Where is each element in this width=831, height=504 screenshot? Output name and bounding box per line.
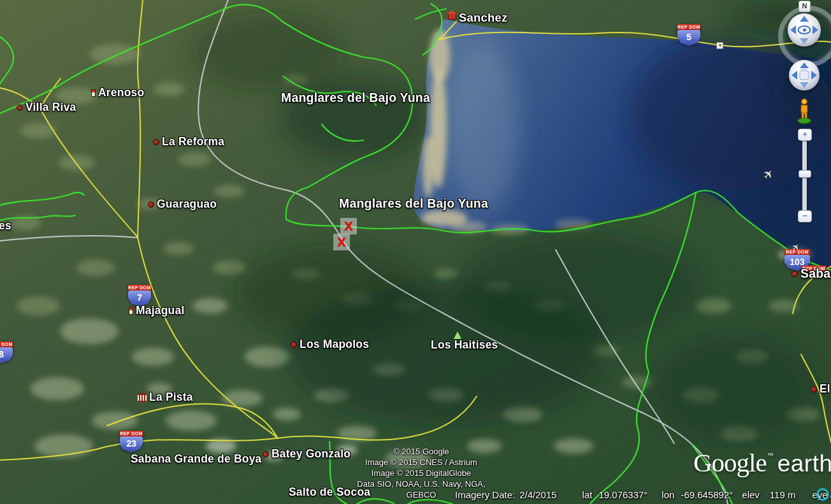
place-label-text: Majagual (136, 304, 184, 317)
placemark-x-2[interactable]: X (333, 234, 350, 250)
place-label-los-haitises[interactable]: Los Haitises (431, 338, 498, 352)
place-label-arenoso[interactable]: Arenoso (91, 86, 144, 99)
streaming-indicator-icon (816, 488, 829, 501)
poi-square-icon[interactable] (716, 42, 723, 49)
place-dot-icon (148, 201, 154, 208)
place-label-text: La Reforma (162, 135, 224, 148)
place-label-sabana-grande[interactable]: Sabana Grande de Boya (131, 452, 262, 466)
elev-value: 119 m (770, 489, 796, 500)
chevron-left-icon[interactable] (791, 71, 797, 80)
hand-icon (800, 70, 809, 80)
monument-icon (138, 393, 147, 402)
chevron-up-icon[interactable] (800, 16, 809, 22)
chevron-right-icon[interactable] (811, 71, 817, 80)
place-label-text: Batey Gonzalo (271, 447, 350, 461)
imagery-date-label: Imagery Date: (455, 489, 515, 500)
town-icon (448, 13, 456, 20)
chevron-down-icon[interactable] (800, 82, 809, 88)
place-label-el-clipped[interactable]: El (811, 382, 830, 396)
place-dot-icon (153, 139, 159, 145)
route-shield-region: REP DOM (677, 24, 700, 31)
place-dot-icon (791, 271, 798, 277)
attribution-line: Image © 2015 DigitalGlobe (343, 468, 500, 479)
town-icon (129, 307, 133, 315)
place-label-text: Los Haitises (431, 338, 498, 352)
look-joystick[interactable] (788, 13, 821, 47)
place-label-los-mapolos[interactable]: Los Mapolos (291, 338, 369, 351)
google-earth-viewport: REP DOM 5 REP DOM 7 REP DOM 23 REP DOM 1… (0, 0, 831, 504)
place-label-batey-gonzalo[interactable]: Batey Gonzalo (263, 447, 350, 461)
imagery-date-value: 2/4/2015 (519, 489, 556, 500)
north-indicator[interactable]: N (798, 1, 811, 12)
place-label-text: Manglares del Bajo Yuna (281, 90, 430, 105)
google-earth-logo: Google™earth (693, 447, 831, 478)
route-shield-7[interactable]: REP DOM 7 (128, 285, 151, 306)
lat-value: 19.076337° (598, 489, 647, 500)
place-label-text: El (820, 382, 830, 396)
route-shield-region: REP DOM (0, 342, 13, 348)
zoom-out-button[interactable]: − (798, 210, 812, 222)
move-joystick[interactable] (789, 60, 820, 90)
route-shield-5[interactable]: REP DOM 5 (677, 24, 700, 46)
place-label-text: Saban (800, 266, 831, 281)
chevron-right-icon[interactable] (813, 25, 818, 34)
place-label-text: Manglares del Bajo Yuna (339, 196, 488, 211)
route-shield-region: REP DOM (120, 431, 143, 437)
logo-brand: Google (693, 448, 767, 477)
route-shield-region: REP DOM (128, 285, 151, 291)
chevron-up-icon[interactable] (800, 62, 809, 68)
place-label-sanchez[interactable]: Sanchez (448, 11, 507, 25)
zoom-slider-handle[interactable] (798, 170, 811, 178)
place-label-la-pista[interactable]: La Pista (138, 391, 193, 404)
place-label-text: Arenoso (98, 86, 144, 99)
route-shield-partial-left[interactable]: REP DOM 8 (0, 342, 13, 363)
place-dot-icon (291, 342, 297, 348)
pegman-icon (797, 97, 812, 124)
route-shield-23[interactable]: REP DOM 23 (120, 431, 143, 452)
place-dot-icon (17, 104, 23, 111)
place-label-es-clipped[interactable]: es (0, 219, 11, 233)
attribution-line: Image © 2015 CNES / Astrium (343, 457, 500, 468)
town-icon (91, 89, 96, 97)
place-label-text: La Pista (149, 391, 193, 404)
place-label-text: Sanchez (459, 11, 507, 25)
chevron-down-icon[interactable] (800, 38, 809, 44)
place-label-text: Guaraguao (157, 198, 217, 211)
route-shield-number: 23 (120, 436, 143, 452)
park-icon (454, 331, 461, 339)
area-label-manglares-north[interactable]: Manglares del Bajo Yuna (281, 90, 430, 105)
place-dot-icon (811, 386, 817, 392)
attribution-line: © 2015 Google (343, 446, 500, 457)
eye-icon (798, 25, 811, 34)
place-label-sabana-clipped[interactable]: Saban (791, 266, 831, 281)
place-label-majagual[interactable]: Majagual (129, 304, 184, 317)
place-label-villa-riva[interactable]: Villa Riva (17, 101, 76, 114)
placemark-x-1[interactable]: X (340, 218, 357, 234)
status-bar: Imagery Date: 2/4/2015 lat 19.076337° lo… (455, 489, 831, 500)
satellite-map[interactable] (0, 0, 831, 504)
place-label-guaraguao[interactable]: Guaraguao (148, 198, 217, 211)
place-label-la-reforma[interactable]: La Reforma (153, 135, 224, 148)
lon-label: lon (661, 489, 674, 500)
area-label-manglares-south[interactable]: Manglares del Bajo Yuna (339, 196, 488, 211)
logo-tm: ™ (767, 452, 774, 459)
place-label-text: Los Mapolos (300, 338, 369, 351)
place-label-text: Villa Riva (25, 101, 76, 114)
lat-label: lat (582, 489, 593, 500)
pegman-street-view[interactable] (797, 97, 812, 127)
place-dot-icon (263, 451, 269, 457)
place-label-text: Sabana Grande de Boya (131, 452, 262, 466)
elev-label: elev (742, 489, 760, 500)
zoom-in-button[interactable]: + (798, 129, 812, 141)
lon-value: -69.645892° (681, 489, 733, 500)
route-shield-number: 5 (677, 30, 700, 46)
logo-product: earth (777, 450, 831, 477)
chevron-left-icon[interactable] (790, 25, 796, 34)
place-label-text: es (0, 219, 11, 233)
route-shield-number: 8 (0, 347, 13, 363)
